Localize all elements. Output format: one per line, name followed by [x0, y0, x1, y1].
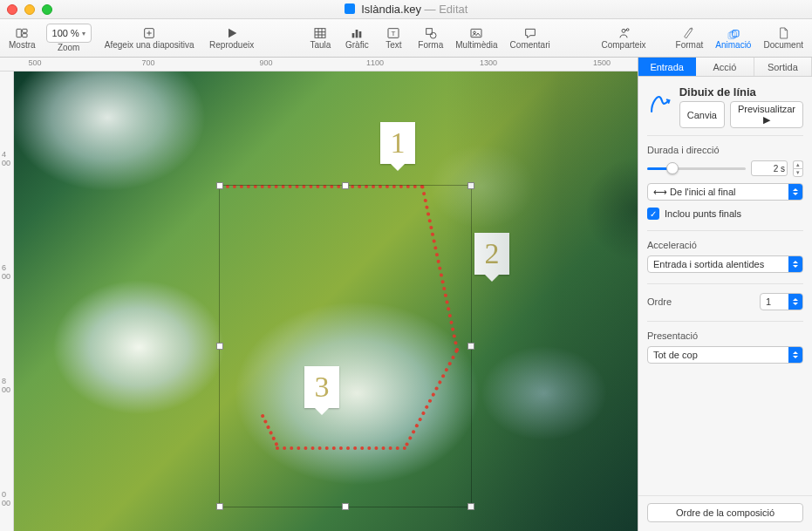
line-draw-icon — [647, 92, 672, 122]
direction-select[interactable]: ⟷ De l'inici al final — [647, 183, 803, 201]
acceleration-select[interactable]: Entrada i sortida alentides — [647, 255, 803, 273]
svg-point-21 — [626, 29, 629, 31]
chart-button[interactable]: Gràfic — [339, 21, 374, 56]
svg-rect-11 — [352, 33, 355, 37]
map-marker-3[interactable]: 3 — [304, 366, 339, 408]
tab-sortida[interactable]: Sortida — [754, 58, 812, 76]
close-window-button[interactable] — [7, 4, 17, 15]
minimize-window-button[interactable] — [24, 4, 35, 15]
change-effect-button[interactable]: Canvia — [679, 101, 725, 128]
effect-title: Dibuix de línia — [679, 85, 803, 99]
svg-rect-12 — [356, 30, 358, 37]
svg-rect-2 — [23, 34, 27, 37]
duration-stepper[interactable]: ▴▾ — [793, 160, 803, 176]
svg-rect-13 — [359, 31, 362, 37]
svg-rect-1 — [23, 29, 27, 32]
duration-slider[interactable] — [647, 167, 746, 170]
order-select[interactable]: 1 — [760, 293, 803, 310]
include-endpoints-label: Inclou punts finals — [665, 208, 741, 219]
text-button[interactable]: TText — [376, 21, 411, 56]
document-icon — [345, 3, 355, 14]
slide[interactable]: 1 2 3 — [14, 71, 638, 531]
shape-button[interactable]: Forma — [413, 21, 448, 56]
delivery-select[interactable]: Tot de cop — [647, 346, 803, 364]
delivery-label: Presentació — [647, 330, 803, 341]
tab-entrada[interactable]: Entrada — [638, 58, 696, 76]
toolbar: Mostra 100 %▾ Zoom Afegeix una diapositi… — [0, 19, 812, 58]
fullscreen-window-button[interactable] — [42, 4, 52, 15]
map-marker-1[interactable]: 1 — [380, 122, 415, 164]
media-button[interactable]: Multimèdia — [450, 21, 502, 56]
play-button[interactable]: Reprodueix — [201, 21, 263, 56]
map-marker-2[interactable]: 2 — [474, 233, 509, 275]
preview-button[interactable]: Previsualitzar ▶ — [730, 101, 803, 128]
format-tab[interactable]: Format — [671, 21, 709, 56]
document-tab[interactable]: Document — [758, 21, 809, 56]
svg-rect-0 — [17, 29, 21, 37]
include-endpoints-checkbox[interactable]: ✓ — [647, 208, 659, 220]
svg-point-17 — [430, 32, 436, 38]
acceleration-label: Acceleració — [647, 240, 803, 250]
tab-accio[interactable]: Acció — [696, 58, 754, 76]
ruler-vertical: 4 00 6 00 8 00 0 00 — [0, 71, 14, 531]
add-slide-button[interactable]: Afegeix una diapositiva — [99, 21, 200, 56]
window-controls — [7, 4, 52, 15]
order-label: Ordre — [647, 296, 672, 307]
duration-field[interactable]: 2 s — [751, 160, 788, 176]
titlebar: Islàndia.key — Editat — [0, 0, 812, 19]
inspector-panel: Entrada Acció Sortida Dibuix de línia Ca… — [638, 58, 812, 531]
zoom-control[interactable]: 100 %▾ Zoom — [43, 24, 95, 52]
build-order-button[interactable]: Ordre de la composició — [647, 503, 803, 522]
view-button[interactable]: Mostra — [3, 21, 41, 56]
duration-label: Durada i direcció — [647, 145, 803, 155]
canvas[interactable]: 500 700 900 1100 1300 1500 4 00 6 00 8 0… — [0, 58, 638, 531]
animation-tab[interactable]: Animació — [710, 21, 756, 56]
share-button[interactable]: Comparteix — [596, 21, 651, 56]
comment-button[interactable]: Comentari — [505, 21, 556, 56]
svg-text:T: T — [392, 30, 396, 37]
svg-rect-6 — [315, 29, 325, 38]
ruler-horizontal: 500 700 900 1100 1300 1500 — [0, 58, 638, 71]
table-button[interactable]: Taula — [303, 21, 338, 56]
window-title: Islàndia.key — Editat — [0, 3, 812, 16]
